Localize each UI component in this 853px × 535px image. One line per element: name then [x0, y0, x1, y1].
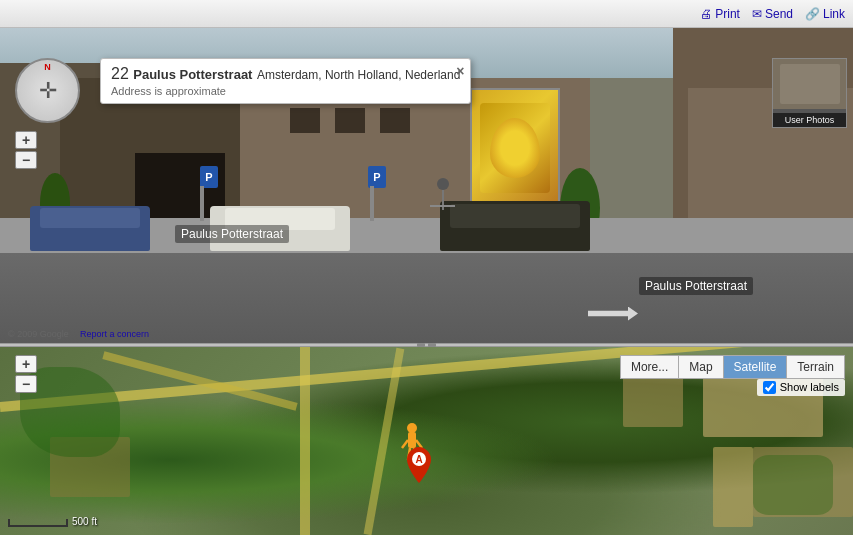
more-button[interactable]: More...	[620, 355, 678, 379]
map-road-2	[300, 347, 310, 536]
svg-point-0	[407, 423, 417, 433]
window-3	[380, 108, 410, 133]
map-building-cluster-5	[713, 447, 753, 527]
sign-pole-2	[370, 186, 374, 221]
compass-arrows[interactable]: ✛	[39, 78, 57, 104]
scale-label: 500 ft	[72, 516, 97, 527]
svg-rect-1	[408, 432, 416, 448]
location-a-marker[interactable]: A	[407, 447, 431, 487]
street-zoom-in[interactable]: +	[15, 131, 37, 149]
map-type-group: Map Satellite Terrain	[678, 355, 845, 379]
map-zoom-out-button[interactable]: −	[15, 375, 37, 393]
send-label: Send	[765, 7, 793, 21]
main-container: P P Paulus Potterstraat Paulus Potterstr…	[0, 28, 853, 535]
map-zoom-controls: + −	[15, 355, 37, 393]
print-label: Print	[715, 7, 740, 21]
show-labels-label: Show labels	[780, 381, 839, 393]
map-park-2	[753, 455, 833, 515]
send-icon: ✉	[752, 7, 762, 21]
map-zoom-in-button[interactable]: +	[15, 355, 37, 373]
address-number: 22	[111, 65, 129, 82]
map-button[interactable]: Map	[679, 356, 723, 378]
terrain-button[interactable]: Terrain	[787, 356, 844, 378]
print-link[interactable]: 🖨 Print	[700, 7, 740, 21]
sunflower-poster	[470, 88, 560, 208]
map-panel[interactable]: A + − More... Map Satellite Terrain Show…	[0, 347, 853, 536]
address-info-box: 22 Paulus Potterstraat Amsterdam, North …	[100, 58, 471, 104]
parking-sign-2: P	[368, 166, 386, 188]
car-right	[440, 201, 590, 251]
parking-sign-1: P	[200, 166, 218, 188]
cyclist	[430, 178, 455, 228]
window-1	[290, 108, 320, 133]
sign-pole-1	[200, 186, 204, 221]
top-bar: 🖨 Print ✉ Send 🔗 Link	[0, 0, 853, 28]
info-box-close-button[interactable]: ×	[456, 63, 464, 79]
user-photos-panel[interactable]: User Photos	[772, 58, 847, 128]
satellite-button[interactable]: Satellite	[724, 356, 788, 378]
compass-north: N	[44, 62, 51, 72]
scale-line	[8, 519, 68, 527]
address-street: Paulus Potterstraat	[133, 67, 252, 82]
address-note: Address is approximate	[111, 85, 460, 97]
copyright-text: © 2009 Google	[8, 329, 69, 339]
user-photos-label: User Photos	[773, 113, 846, 127]
scale-bar: 500 ft	[8, 516, 97, 527]
car-left	[30, 206, 150, 251]
link-link[interactable]: 🔗 Link	[805, 7, 845, 21]
map-building-cluster-2	[623, 377, 683, 427]
svg-text:A: A	[415, 454, 422, 465]
window-2	[335, 108, 365, 133]
link-icon: 🔗	[805, 7, 820, 21]
show-labels-control[interactable]: Show labels	[757, 379, 845, 396]
street-label-2: Paulus Potterstraat	[639, 277, 753, 295]
street-label-1: Paulus Potterstraat	[175, 225, 289, 243]
send-link[interactable]: ✉ Send	[752, 7, 793, 21]
compass-control[interactable]: N ✛ + −	[15, 58, 85, 168]
map-type-controls: More... Map Satellite Terrain	[620, 355, 845, 379]
report-concern-link[interactable]: Report a concern	[80, 329, 149, 339]
compass-ring[interactable]: N ✛	[15, 58, 80, 123]
street-view-panel[interactable]: P P Paulus Potterstraat Paulus Potterstr…	[0, 28, 853, 343]
printer-icon: 🖨	[700, 7, 712, 21]
show-labels-checkbox[interactable]	[763, 381, 776, 394]
street-zoom-out[interactable]: −	[15, 151, 37, 169]
address-city: Amsterdam, North Holland, Nederland	[257, 68, 460, 82]
zoom-controls: + −	[15, 131, 85, 169]
link-label: Link	[823, 7, 845, 21]
